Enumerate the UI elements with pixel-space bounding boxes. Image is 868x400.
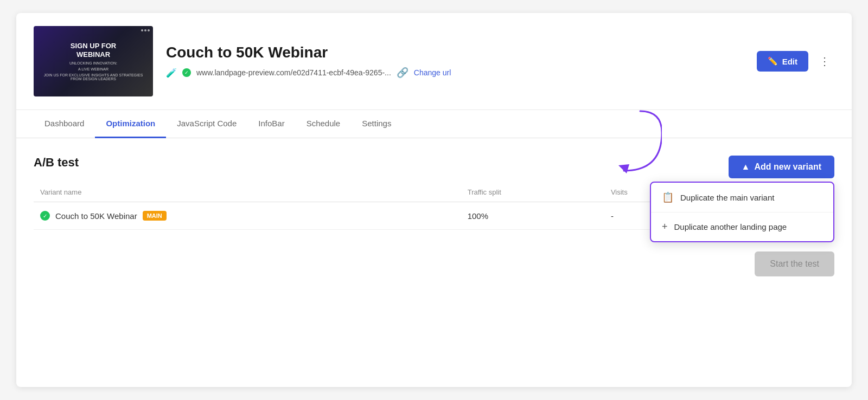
- tab-infobar[interactable]: InfoBar: [247, 110, 295, 138]
- status-active-dot: ✓: [182, 68, 191, 77]
- flask-icon: 🧪: [166, 68, 177, 78]
- duplicate-main-label: Duplicate the main variant: [680, 193, 774, 202]
- page-header: SIGN UP FOR WEBINAR UNLOCKING INNOVATION…: [16, 13, 852, 110]
- variant-name-cell: ✓ Couch to 50K Webinar MAIN: [34, 202, 461, 230]
- col-traffic-split: Traffic split: [461, 183, 604, 202]
- thumbnail-subtitle-line3: UNLOCKING INNOVATION:: [69, 61, 117, 65]
- thumbnail-title-line1: SIGN UP FOR: [71, 42, 116, 50]
- change-url-button[interactable]: Change url: [414, 68, 451, 77]
- copy-icon: 📋: [662, 191, 674, 203]
- tab-dashboard[interactable]: Dashboard: [34, 110, 95, 138]
- header-actions: ✏️ Edit ⋮: [757, 51, 834, 72]
- active-status-icon: ✓: [40, 211, 50, 221]
- page-url: www.landpage-preview.com/e02d7411-ecbf-4…: [196, 68, 391, 77]
- header-info: Couch to 50K Webinar 🧪 ✓ www.landpage-pr…: [166, 44, 744, 79]
- edit-label: Edit: [782, 57, 797, 66]
- start-test-button[interactable]: Start the test: [755, 251, 834, 276]
- page-thumbnail[interactable]: SIGN UP FOR WEBINAR UNLOCKING INNOVATION…: [34, 26, 153, 96]
- main-content: A/B test ▲ Add new variant Variant name …: [16, 138, 852, 294]
- tabs-nav: Dashboard Optimization JavaScript Code I…: [16, 110, 852, 138]
- duplicate-landing-page-item[interactable]: + Duplicate another landing page: [651, 212, 833, 241]
- tab-schedule[interactable]: Schedule: [296, 110, 352, 138]
- traffic-split-cell: 100%: [461, 202, 604, 230]
- tab-settings[interactable]: Settings: [351, 110, 402, 138]
- link-icon[interactable]: 🔗: [397, 67, 409, 79]
- tab-optimization[interactable]: Optimization: [95, 110, 166, 138]
- col-variant-name: Variant name: [34, 183, 461, 202]
- add-variant-button[interactable]: ▲ Add new variant: [729, 156, 834, 178]
- edit-pencil-icon: ✏️: [768, 56, 778, 66]
- thumbnail-subtitle-line4: A LIVE WEBINAR: [78, 67, 108, 71]
- thumbnail-title-line2: WEBINAR: [76, 50, 110, 59]
- ab-test-title: A/B test: [34, 156, 834, 170]
- add-variant-dropdown: 📋 Duplicate the main variant + Duplicate…: [650, 182, 834, 242]
- plus-icon: +: [662, 221, 668, 233]
- main-badge: MAIN: [143, 211, 167, 221]
- thumbnail-subtitle-line5: JOIN US FOR EXCLUSIVE INSIGHTS AND STRAT…: [39, 73, 148, 81]
- tab-javascript-code[interactable]: JavaScript Code: [166, 110, 247, 138]
- duplicate-landing-page-label: Duplicate another landing page: [674, 222, 787, 231]
- page-title: Couch to 50K Webinar: [166, 44, 744, 61]
- more-options-button[interactable]: ⋮: [815, 53, 834, 70]
- add-variant-label: Add new variant: [754, 162, 821, 172]
- url-row: 🧪 ✓ www.landpage-preview.com/e02d7411-ec…: [166, 67, 744, 79]
- duplicate-main-variant-item[interactable]: 📋 Duplicate the main variant: [651, 183, 833, 212]
- edit-button[interactable]: ✏️ Edit: [757, 51, 808, 72]
- chevron-up-icon: ▲: [742, 162, 750, 172]
- variant-name: Couch to 50K Webinar: [55, 211, 137, 221]
